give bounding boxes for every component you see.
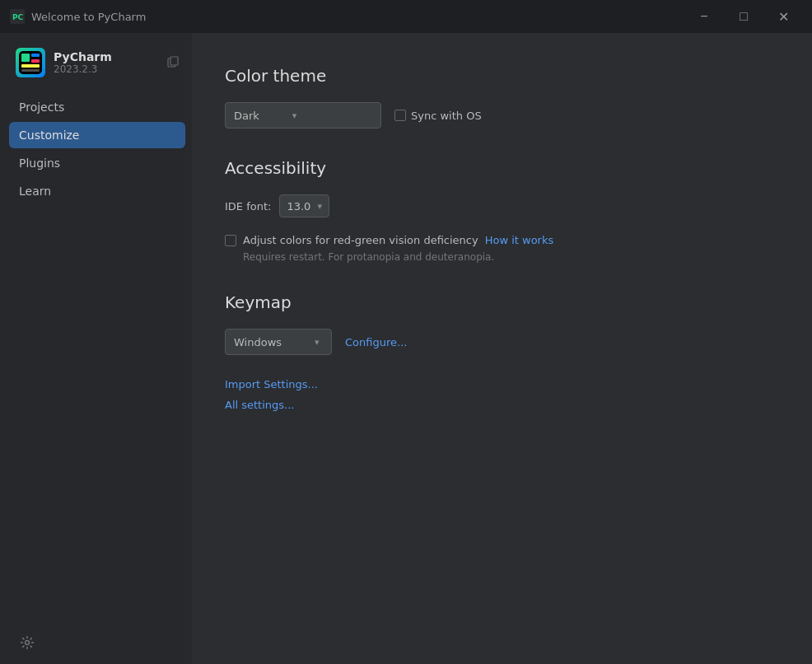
svg-rect-9	[170, 57, 178, 65]
svg-rect-7	[21, 69, 40, 72]
keymap-row: Windows ▾ Configure...	[225, 329, 779, 355]
keymap-dropdown-value: Windows	[234, 336, 282, 348]
accessibility-section: Accessibility IDE font: 13.0 ▾ Adjust co…	[225, 158, 779, 263]
theme-dropdown-value: Dark	[234, 110, 259, 122]
close-button[interactable]: ✕	[764, 3, 802, 30]
ide-font-value: 13.0	[287, 200, 310, 213]
app-body: PyCharm 2023.2.3 Projects Customize Plug…	[0, 33, 812, 664]
main-content: Color theme Dark ▾ Sync with OS Accessib…	[192, 33, 812, 664]
accessibility-title: Accessibility	[225, 158, 779, 178]
color-theme-section: Color theme Dark ▾ Sync with OS	[225, 66, 779, 129]
window-title: Welcome to PyCharm	[31, 11, 685, 23]
svg-text:PC: PC	[12, 13, 24, 21]
app-info: PyCharm 2023.2.3	[54, 50, 112, 75]
how-it-works-link[interactable]: How it works	[485, 234, 554, 246]
titlebar: PC Welcome to PyCharm − □ ✕	[0, 0, 812, 33]
nav-items: Projects Customize Plugins Learn	[2, 91, 192, 208]
colorblind-checkbox[interactable]	[225, 235, 236, 246]
color-theme-title: Color theme	[225, 66, 779, 86]
window-controls: − □ ✕	[685, 3, 802, 30]
ide-font-row: IDE font: 13.0 ▾	[225, 194, 779, 217]
svg-rect-6	[21, 64, 40, 68]
app-version: 2023.2.3	[54, 63, 112, 75]
ide-font-label: IDE font:	[225, 200, 271, 213]
app-logo	[16, 48, 45, 77]
keymap-dropdown-arrow: ▾	[315, 337, 320, 348]
app-name: PyCharm	[54, 50, 112, 63]
sidebar-header: PyCharm 2023.2.3	[2, 40, 192, 91]
ide-font-dropdown[interactable]: 13.0 ▾	[279, 194, 329, 217]
theme-dropdown[interactable]: Dark ▾	[225, 102, 381, 129]
import-settings-link[interactable]: Import Settings...	[225, 378, 779, 390]
ide-font-arrow: ▾	[317, 201, 322, 212]
color-theme-row: Dark ▾ Sync with OS	[225, 102, 779, 129]
sidebar-item-learn[interactable]: Learn	[9, 178, 185, 204]
sidebar-bottom	[2, 621, 192, 664]
svg-rect-3	[21, 54, 30, 62]
all-settings-link[interactable]: All settings...	[225, 399, 779, 411]
maximize-button[interactable]: □	[725, 3, 763, 30]
sidebar-item-customize[interactable]: Customize	[9, 122, 185, 148]
copy-icon[interactable]	[167, 56, 179, 70]
keymap-dropdown[interactable]: Windows ▾	[225, 329, 332, 355]
minimize-button[interactable]: −	[685, 3, 723, 30]
theme-dropdown-arrow: ▾	[292, 110, 297, 121]
colorblind-label: Adjust colors for red-green vision defic…	[243, 234, 478, 246]
colorblind-row: Adjust colors for red-green vision defic…	[225, 234, 779, 246]
keymap-title: Keymap	[225, 292, 779, 312]
colorblind-description: Requires restart. For protanopia and deu…	[225, 251, 779, 263]
sidebar: PyCharm 2023.2.3 Projects Customize Plug…	[2, 33, 192, 664]
app-icon: PC	[10, 9, 25, 24]
keymap-section: Keymap Windows ▾ Configure... Import Set…	[225, 292, 779, 411]
sidebar-item-plugins[interactable]: Plugins	[9, 150, 185, 176]
svg-rect-5	[31, 59, 40, 63]
sync-with-os-label[interactable]: Sync with OS	[394, 110, 482, 122]
configure-link[interactable]: Configure...	[345, 336, 407, 348]
sync-with-os-text: Sync with OS	[411, 110, 482, 122]
sync-with-os-checkbox[interactable]	[394, 110, 406, 121]
settings-icon-button[interactable]	[16, 631, 39, 654]
svg-point-10	[26, 641, 30, 645]
sidebar-item-projects[interactable]: Projects	[9, 94, 185, 120]
svg-rect-4	[31, 54, 40, 57]
